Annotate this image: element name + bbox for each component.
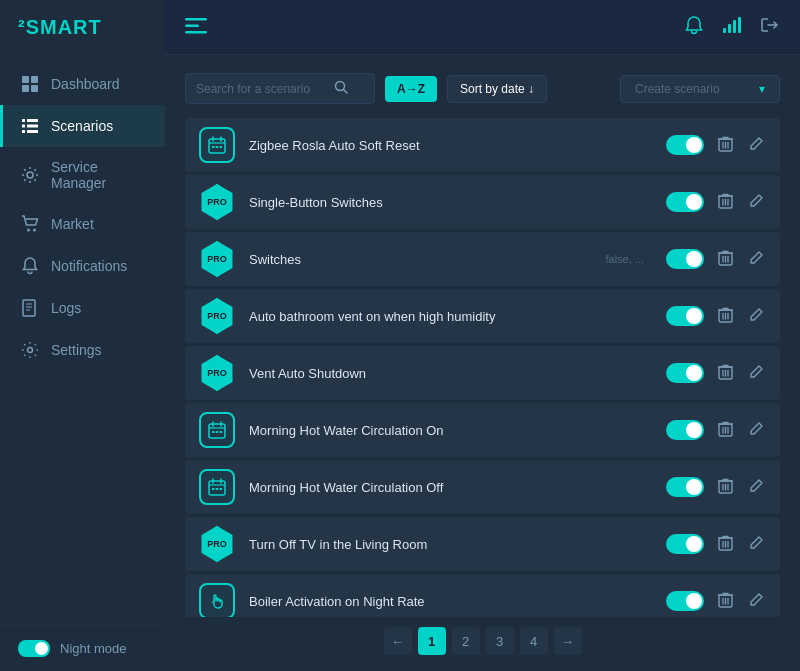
create-scenario-button[interactable]: Create scenario ▾ bbox=[620, 75, 780, 103]
delete-button[interactable] bbox=[716, 191, 735, 214]
pagination-page-1[interactable]: 1 bbox=[418, 627, 446, 655]
scenario-actions bbox=[666, 134, 766, 157]
svg-rect-13 bbox=[23, 300, 35, 316]
scenario-actions bbox=[666, 191, 766, 214]
night-mode-toggle[interactable] bbox=[18, 640, 50, 657]
sidebar-item-service-manager[interactable]: Service Manager bbox=[0, 147, 165, 203]
pro-icon: PRO bbox=[199, 526, 235, 562]
edit-button[interactable] bbox=[747, 305, 766, 327]
scenario-actions bbox=[666, 419, 766, 442]
edit-button[interactable] bbox=[747, 590, 766, 612]
delete-button[interactable] bbox=[716, 533, 735, 556]
bell-icon bbox=[21, 257, 39, 275]
scenario-toggle[interactable] bbox=[666, 306, 704, 326]
svg-rect-5 bbox=[27, 119, 38, 122]
pagination-page-4[interactable]: 4 bbox=[520, 627, 548, 655]
signal-icon[interactable] bbox=[722, 15, 742, 40]
cart-icon bbox=[21, 215, 39, 233]
scenario-name: Boiler Activation on Night Rate bbox=[249, 594, 652, 609]
scenario-toggle[interactable] bbox=[666, 135, 704, 155]
scenario-toggle[interactable] bbox=[666, 591, 704, 611]
scenario-name: Single-Button Switches bbox=[249, 195, 652, 210]
service-icon bbox=[21, 166, 39, 184]
delete-button[interactable] bbox=[716, 248, 735, 271]
svg-point-11 bbox=[27, 229, 30, 232]
scenarios-list: Zigbee Rosla Auto Soft Reset bbox=[185, 118, 780, 617]
scenario-toggle[interactable] bbox=[666, 477, 704, 497]
svg-rect-8 bbox=[22, 130, 25, 133]
sidebar-nav: Dashboard Scenarios Service Manager Mark… bbox=[0, 55, 165, 625]
scenario-name: Turn Off TV in the Living Room bbox=[249, 537, 652, 552]
scenario-tag: false, ... bbox=[605, 253, 644, 265]
topbar-icons bbox=[684, 15, 780, 40]
svg-rect-6 bbox=[22, 125, 25, 128]
scenario-name: Switches bbox=[249, 252, 591, 267]
sidebar-item-dashboard[interactable]: Dashboard bbox=[0, 63, 165, 105]
edit-button[interactable] bbox=[747, 419, 766, 441]
edit-button[interactable] bbox=[747, 362, 766, 384]
pagination-prev[interactable]: ← bbox=[384, 627, 412, 655]
delete-button[interactable] bbox=[716, 362, 735, 385]
edit-button[interactable] bbox=[747, 248, 766, 270]
toolbar: A→Z Sort by date ↓ Create scenario ▾ bbox=[185, 73, 780, 104]
pagination-page-3[interactable]: 3 bbox=[486, 627, 514, 655]
sidebar-item-notifications[interactable]: Notifications bbox=[0, 245, 165, 287]
notification-icon[interactable] bbox=[684, 15, 704, 40]
pagination-next[interactable]: → bbox=[554, 627, 582, 655]
night-mode-section: Night mode bbox=[0, 625, 165, 671]
svg-rect-67 bbox=[220, 431, 223, 433]
svg-rect-28 bbox=[212, 146, 215, 148]
delete-button[interactable] bbox=[716, 590, 735, 613]
menu-icon[interactable] bbox=[185, 16, 207, 39]
sidebar-item-settings[interactable]: Settings bbox=[0, 329, 165, 371]
scenario-row: Morning Hot Water Circulation Off bbox=[185, 460, 780, 514]
sidebar: ²SMART Dashboard Scenarios Service Manag… bbox=[0, 0, 165, 671]
pro-icon: PRO bbox=[199, 355, 235, 391]
pro-icon: PRO bbox=[199, 184, 235, 220]
logo: ²SMART bbox=[0, 0, 165, 55]
edit-button[interactable] bbox=[747, 191, 766, 213]
book-icon bbox=[21, 299, 39, 317]
scenario-actions bbox=[666, 362, 766, 385]
edit-button[interactable] bbox=[747, 134, 766, 156]
scenario-actions bbox=[666, 248, 766, 271]
delete-button[interactable] bbox=[716, 476, 735, 499]
topbar bbox=[165, 0, 800, 55]
svg-point-14 bbox=[28, 348, 33, 353]
scenario-actions bbox=[666, 305, 766, 328]
pagination-page-2[interactable]: 2 bbox=[452, 627, 480, 655]
calendar-icon bbox=[199, 412, 235, 448]
scenario-actions bbox=[666, 590, 766, 613]
sidebar-item-scenarios[interactable]: Scenarios bbox=[0, 105, 165, 147]
scenario-toggle[interactable] bbox=[666, 192, 704, 212]
svg-rect-19 bbox=[728, 24, 731, 33]
search-box[interactable] bbox=[185, 73, 375, 104]
delete-button[interactable] bbox=[716, 305, 735, 328]
scenario-toggle[interactable] bbox=[666, 420, 704, 440]
svg-rect-80 bbox=[220, 488, 223, 490]
scenario-row: PRO Turn Off TV in the Living Room bbox=[185, 517, 780, 571]
scenario-toggle[interactable] bbox=[666, 363, 704, 383]
sidebar-item-logs[interactable]: Logs bbox=[0, 287, 165, 329]
logout-icon[interactable] bbox=[760, 15, 780, 40]
sidebar-item-market[interactable]: Market bbox=[0, 203, 165, 245]
scenario-toggle[interactable] bbox=[666, 534, 704, 554]
svg-rect-18 bbox=[723, 28, 726, 33]
scenario-name: Zigbee Rosla Auto Soft Reset bbox=[249, 138, 652, 153]
chevron-down-icon: ▾ bbox=[759, 82, 765, 96]
delete-button[interactable] bbox=[716, 419, 735, 442]
scenario-toggle[interactable] bbox=[666, 249, 704, 269]
svg-rect-17 bbox=[185, 31, 207, 34]
svg-rect-4 bbox=[22, 119, 25, 122]
sort-by-date-button[interactable]: Sort by date ↓ bbox=[447, 75, 547, 103]
svg-rect-2 bbox=[22, 85, 29, 92]
edit-button[interactable] bbox=[747, 476, 766, 498]
sidebar-item-label: Dashboard bbox=[51, 76, 120, 92]
svg-rect-29 bbox=[216, 146, 219, 148]
search-icon[interactable] bbox=[334, 80, 348, 97]
search-input[interactable] bbox=[196, 82, 326, 96]
edit-button[interactable] bbox=[747, 533, 766, 555]
svg-point-10 bbox=[27, 172, 33, 178]
delete-button[interactable] bbox=[716, 134, 735, 157]
az-sort-button[interactable]: A→Z bbox=[385, 76, 437, 102]
